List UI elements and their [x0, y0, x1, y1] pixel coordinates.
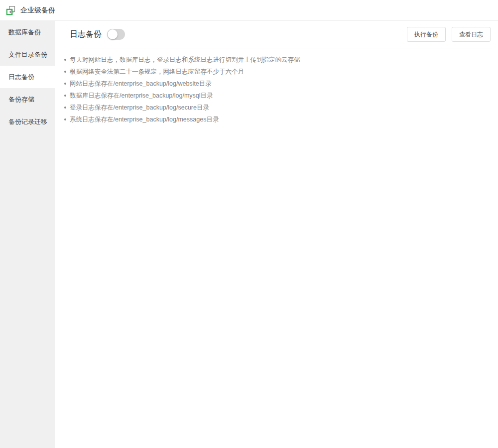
- toggle-knob-icon: [108, 29, 118, 39]
- section-title: 日志备份: [70, 29, 102, 40]
- note-item: 根据网络安全法第二十一条规定，网络日志应留存不少于六个月: [64, 66, 491, 78]
- execute-backup-button[interactable]: 执行备份: [407, 27, 446, 42]
- note-item: 数据库日志保存在/enterprise_backup/log/mysql目录: [64, 90, 491, 102]
- app-header: 企业级备份: [0, 0, 498, 21]
- sidebar-item-backup-storage[interactable]: 备份存储: [0, 88, 55, 111]
- sidebar-item-backup-record-migration[interactable]: 备份记录迁移: [0, 111, 55, 133]
- sidebar-item-database-backup[interactable]: 数据库备份: [0, 21, 55, 43]
- content-header: 日志备份 执行备份 查看日志: [70, 21, 491, 48]
- note-item: 网站日志保存在/enterprise_backup/log/website目录: [64, 78, 491, 90]
- note-item: 每天对网站日志，数据库日志，登录日志和系统日志进行切割并上传到指定的云存储: [64, 54, 491, 66]
- app-window: 企业级备份 数据库备份 文件目录备份 日志备份 备份存储 备份记录迁移 日志备份…: [0, 0, 498, 448]
- log-backup-toggle[interactable]: [107, 29, 125, 40]
- notes-list: 每天对网站日志，数据库日志，登录日志和系统日志进行切割并上传到指定的云存储 根据…: [64, 54, 491, 125]
- sidebar: 数据库备份 文件目录备份 日志备份 备份存储 备份记录迁移: [0, 21, 55, 448]
- note-item: 系统日志保存在/enterprise_backup/log/messages目录: [64, 113, 491, 125]
- view-logs-button[interactable]: 查看日志: [452, 27, 491, 42]
- sidebar-item-log-backup[interactable]: 日志备份: [0, 66, 55, 88]
- app-title: 企业级备份: [20, 6, 55, 15]
- main-content: 日志备份 执行备份 查看日志 每天对网站日志，数据库日志，登录日志和系统日志进行…: [55, 21, 498, 448]
- backup-app-icon: [6, 5, 16, 15]
- note-item: 登录日志保存在/enterprise_backup/log/secure目录: [64, 102, 491, 113]
- sidebar-item-file-directory-backup[interactable]: 文件目录备份: [0, 43, 55, 66]
